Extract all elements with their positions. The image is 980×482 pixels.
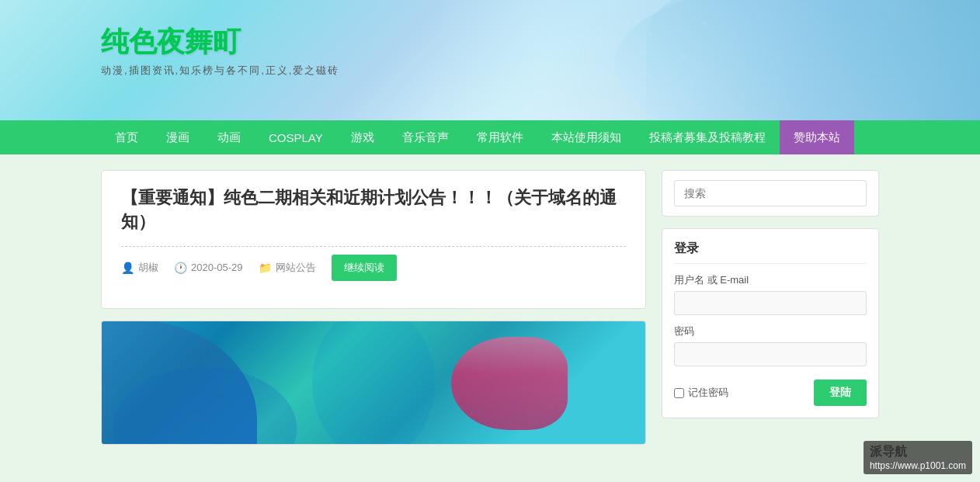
author-meta: 👤 胡椒: [121, 261, 158, 275]
search-box: [662, 170, 879, 217]
date-meta: 🕐 2020-05-29: [174, 262, 243, 274]
folder-icon: 📁: [259, 262, 272, 274]
nav-guide[interactable]: 本站使用须知: [537, 120, 635, 154]
svg-point-0: [113, 367, 297, 444]
navigation: 首页 漫画 动画 COSPLAY 游戏 音乐音声 常用软件 本站使用须知 投稿者…: [0, 120, 980, 154]
article-title-1: 【重要通知】纯色二期相关和近期计划公告！！！（关于域名的通知）: [121, 186, 626, 234]
nav-contribute[interactable]: 投稿者募集及投稿教程: [635, 120, 780, 154]
site-title: 纯色夜舞町: [101, 23, 241, 61]
article-divider: [121, 246, 626, 247]
watermark: 派导航 https://www.p1001.com: [864, 441, 972, 474]
login-button[interactable]: 登陆: [814, 380, 867, 406]
main-container: 【重要通知】纯色二期相关和近期计划公告！！！（关于域名的通知） 👤 胡椒 🕐 2…: [0, 154, 980, 460]
remember-text: 记住密码: [688, 386, 728, 400]
content-area: 【重要通知】纯色二期相关和近期计划公告！！！（关于域名的通知） 👤 胡椒 🕐 2…: [101, 170, 646, 445]
article-date: 2020-05-29: [191, 262, 243, 273]
article-meta-1: 👤 胡椒 🕐 2020-05-29 📁 网站公告 继续阅读: [121, 255, 626, 281]
nav-games[interactable]: 游戏: [337, 120, 388, 154]
header-banner: 纯色夜舞町 动漫,插图资讯,知乐榜与各不同,正义,爱之磁砖: [0, 0, 980, 120]
username-label: 用户名 或 E-mail: [674, 273, 867, 287]
banner-decoration: [436, 0, 980, 120]
article-card-2: [101, 321, 646, 445]
author-name: 胡椒: [138, 261, 158, 275]
nav-items: 首页 漫画 动画 COSPLAY 游戏 音乐音声 常用软件 本站使用须知 投稿者…: [101, 120, 854, 154]
site-subtitle: 动漫,插图资讯,知乐榜与各不同,正义,爱之磁砖: [101, 64, 339, 78]
login-box: 登录 用户名 或 E-mail 密码 记住密码 登陆: [662, 228, 879, 418]
password-input[interactable]: [674, 342, 867, 366]
username-input[interactable]: [674, 291, 867, 315]
article-image-preview: [102, 321, 645, 444]
category-meta: 📁 网站公告: [259, 261, 316, 275]
search-input[interactable]: [674, 180, 867, 206]
clock-icon: 🕐: [174, 262, 187, 274]
sidebar: 登录 用户名 或 E-mail 密码 记住密码 登陆: [662, 170, 879, 445]
image-decoration-svg: [102, 321, 645, 444]
article-card-1: 【重要通知】纯色二期相关和近期计划公告！！！（关于域名的通知） 👤 胡椒 🕐 2…: [101, 170, 646, 309]
watermark-title: 派导航: [870, 444, 966, 460]
nav-manga[interactable]: 漫画: [152, 120, 203, 154]
nav-music[interactable]: 音乐音声: [388, 120, 463, 154]
nav-home[interactable]: 首页: [101, 120, 152, 154]
remember-label[interactable]: 记住密码: [674, 386, 728, 400]
nav-software[interactable]: 常用软件: [463, 120, 537, 154]
read-more-button[interactable]: 继续阅读: [332, 255, 397, 281]
nav-cosplay[interactable]: COSPLAY: [255, 120, 337, 154]
remember-checkbox[interactable]: [674, 388, 684, 398]
password-label: 密码: [674, 324, 867, 338]
article-category: 网站公告: [276, 261, 316, 275]
nav-sponsor[interactable]: 赞助本站: [780, 120, 854, 154]
author-icon: 👤: [121, 262, 134, 274]
svg-point-1: [312, 321, 435, 444]
watermark-url: https://www.p1001.com: [870, 460, 966, 471]
nav-anime[interactable]: 动画: [203, 120, 255, 154]
remember-row: 记住密码 登陆: [674, 380, 867, 406]
login-title: 登录: [674, 241, 867, 264]
